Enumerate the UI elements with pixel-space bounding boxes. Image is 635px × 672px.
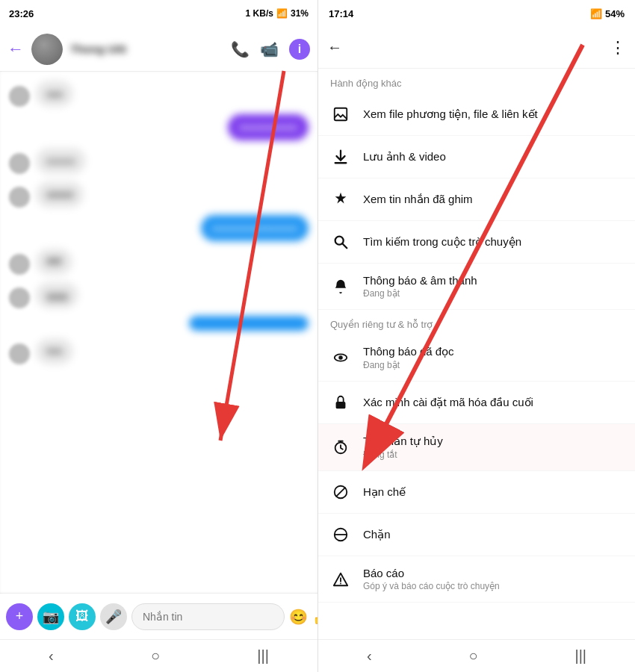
left-status-icons: 1 KB/s 📶 31%	[246, 8, 309, 19]
avatar	[9, 287, 30, 308]
svg-rect-2	[335, 108, 347, 121]
camera-icon[interactable]: 📷	[37, 603, 64, 630]
message-bubble: eeeeeeeeeeeeeeee	[201, 215, 309, 241]
emoji-icon[interactable]: 😊	[289, 608, 308, 626]
right-time: 17:14	[329, 8, 353, 19]
phone-call-icon[interactable]: 📞	[231, 40, 250, 58]
table-row: eeeeeeeeeeeeeeee	[9, 215, 309, 241]
left-panel: 23:26 1 KB/s 📶 31% ← Thong Uitt 📞 📹 i aa…	[0, 0, 318, 672]
menu-text-han-che: Hạn chế	[363, 485, 623, 499]
menu-text-tin-nhan-tu-huy: Tin nhắn tự hủy Đang tắt	[363, 435, 623, 460]
table-row: aaa	[9, 81, 309, 107]
menu-subtitle: Đang bật	[363, 360, 623, 370]
table-row: hhh	[9, 338, 309, 364]
menu-title: Thông báo đã đọc	[363, 345, 623, 358]
menu-title: Tin nhắn tự hủy	[363, 435, 623, 448]
avatar-image	[31, 34, 63, 65]
menu-item-thong-bao[interactable]: Thông báo & âm thanh Đang bật	[318, 264, 635, 310]
menu-text-luu-anh: Lưu ảnh & video	[363, 150, 623, 164]
image-file-icon	[330, 104, 351, 125]
menu-item-bao-cao[interactable]: Báo cáo Góp ý và báo cáo cuộc trò chuyện	[318, 556, 635, 603]
menu-title: Xem file phương tiện, file & liên kết	[363, 108, 623, 121]
menu-item-xem-tin-nhan[interactable]: Xem tin nhắn đã ghim	[318, 178, 635, 221]
menu-title: Báo cáo	[363, 567, 623, 579]
right-battery: 54%	[605, 8, 625, 19]
avatar	[9, 254, 30, 275]
svg-point-15	[340, 582, 341, 584]
table-row: cccccc	[9, 148, 309, 174]
svg-line-11	[336, 488, 346, 497]
table-row: ffffff	[9, 249, 309, 275]
message-bubble: ddddd	[36, 181, 84, 208]
plus-icon[interactable]: +	[6, 603, 33, 630]
menu-item-xac-minh[interactable]: Xác minh cài đặt mã hóa đầu cuối	[318, 382, 635, 424]
menu-nav-button[interactable]: |||	[257, 647, 269, 665]
table-row	[9, 316, 309, 331]
back-nav-button-right[interactable]: ‹	[367, 647, 372, 665]
pin-icon	[330, 189, 351, 210]
right-status-bar: 17:14 📶 54%	[318, 0, 635, 27]
menu-item-tim-kiem[interactable]: Tìm kiếm trong cuộc trò chuyện	[318, 221, 635, 264]
warning-icon	[330, 569, 351, 590]
block-icon	[330, 524, 351, 545]
menu-title: Hạn chế	[363, 485, 623, 499]
menu-text-xem-tin-nhan: Xem tin nhắn đã ghim	[363, 193, 623, 206]
section-header-privacy: Quyền riêng tư & hỗ trợ	[318, 310, 635, 335]
svg-line-5	[342, 243, 347, 248]
right-back-button[interactable]: ←	[327, 39, 342, 56]
message-bubble: ffffff	[36, 249, 72, 275]
message-bubble: cccccc	[36, 148, 86, 174]
menu-text-thong-bao-da-doc: Thông báo đã đọc Đang bật	[363, 345, 623, 370]
right-nav-bar: ‹ ○ |||	[318, 639, 635, 672]
menu-item-luu-anh[interactable]: Lưu ảnh & video	[318, 136, 635, 178]
right-panel: 17:14 📶 54% ← ⋮ Hành động khác Xem file …	[318, 0, 635, 672]
avatar	[31, 34, 63, 65]
image-icon[interactable]: 🖼	[69, 603, 96, 630]
menu-title: Thông báo & âm thanh	[363, 274, 623, 287]
avatar	[9, 86, 30, 107]
left-status-bar: 23:26 1 KB/s 📶 31%	[0, 0, 318, 27]
message-bubble: aaa	[36, 81, 73, 107]
menu-text-tim-kiem: Tìm kiếm trong cuộc trò chuyện	[363, 235, 623, 249]
left-chat-header: ← Thong Uitt 📞 📹 i	[0, 27, 318, 72]
table-row: gggg	[9, 282, 309, 308]
menu-item-thong-bao-da-doc[interactable]: Thông báo đã đọc Đang bật	[318, 335, 635, 382]
menu-text-bao-cao: Báo cáo Góp ý và báo cáo cuộc trò chuyện	[363, 567, 623, 591]
home-nav-button[interactable]: ○	[151, 647, 160, 665]
back-nav-button[interactable]: ‹	[49, 647, 54, 665]
header-actions: 📞 📹 i	[231, 39, 310, 60]
table-row: ddddd	[9, 181, 309, 208]
menu-nav-button-right[interactable]: |||	[574, 647, 586, 665]
left-signal: 1 KB/s	[246, 8, 273, 19]
menu-item-han-che[interactable]: Hạn chế	[318, 471, 635, 514]
left-nav-bar: ‹ ○ |||	[0, 639, 318, 672]
right-scroll-area[interactable]: Hành động khác Xem file phương tiện, fil…	[318, 69, 635, 639]
menu-subtitle: Góp ý và báo cáo cuộc trò chuyện	[363, 581, 623, 591]
menu-item-tin-nhan-tu-huy[interactable]: Tin nhắn tự hủy Đang tắt	[318, 424, 635, 471]
video-call-icon[interactable]: 📹	[260, 40, 279, 58]
table-row: bbbbbbbbbbb	[9, 114, 309, 140]
right-header: ← ⋮	[318, 27, 635, 69]
info-icon[interactable]: i	[289, 39, 310, 60]
restrict-icon	[330, 482, 351, 503]
message-input[interactable]	[131, 603, 285, 630]
avatar	[9, 343, 30, 364]
svg-rect-8	[336, 402, 346, 408]
mic-icon[interactable]: 🎤	[100, 603, 127, 630]
left-back-button[interactable]: ←	[7, 40, 24, 59]
menu-text-xem-file: Xem file phương tiện, file & liên kết	[363, 108, 623, 121]
timer-icon	[330, 437, 351, 458]
menu-title: Xem tin nhắn đã ghim	[363, 193, 623, 206]
thumbs-up-icon[interactable]: 👍	[312, 607, 318, 626]
chat-input-bar: + 📷 🖼 🎤 😊 👍	[0, 593, 318, 639]
message-bubble: hhh	[36, 338, 73, 364]
search-icon	[330, 231, 351, 252]
more-options-icon[interactable]: ⋮	[610, 38, 626, 57]
contact-name: Thong Uitt	[70, 43, 223, 55]
home-nav-button-right[interactable]: ○	[468, 647, 477, 665]
menu-title: Lưu ảnh & video	[363, 150, 623, 164]
menu-item-chan[interactable]: Chặn	[318, 514, 635, 556]
menu-item-xem-file[interactable]: Xem file phương tiện, file & liên kết	[318, 93, 635, 136]
message-bubble: gggg	[36, 282, 78, 308]
menu-title: Chặn	[363, 528, 623, 541]
